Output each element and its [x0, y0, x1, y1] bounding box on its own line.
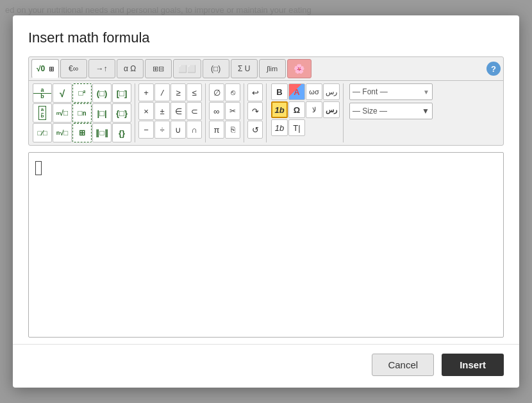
divider-5: [343, 83, 344, 142]
tab-brackets[interactable]: (□): [203, 59, 229, 78]
arabic-button[interactable]: ωσ: [306, 83, 322, 100]
op-union[interactable]: ∪: [170, 121, 186, 139]
tab-limit[interactable]: ∫lim: [259, 59, 286, 78]
format-row-3: 1b T|: [271, 119, 340, 136]
editor-cursor: [35, 161, 42, 175]
op-redo[interactable]: ↷: [247, 102, 263, 120]
insert-button[interactable]: Insert: [442, 354, 504, 376]
sym-sqrt[interactable]: √: [53, 83, 72, 103]
symbol-grid: a b √ □² (□) [□] a b n√□ □n |□| {□}: [33, 83, 131, 142]
editor-area[interactable]: [28, 152, 504, 338]
sym-abs2[interactable]: ‖□‖: [92, 123, 112, 142]
omega-button[interactable]: Ω: [288, 101, 305, 118]
tab-matrices-label: ⊞⊟: [153, 65, 164, 73]
help-button[interactable]: ?: [486, 62, 501, 76]
divider-1: [135, 83, 135, 142]
tab-special-icon: 🌸: [294, 64, 304, 74]
toolbar-area: √0 ⊞ €∞ →↑ α Ω ⊞⊟ ⬜⬜ (□) Σ: [28, 56, 504, 146]
tab-layout-label: ⬜⬜: [178, 65, 196, 73]
op-cut[interactable]: ✂: [225, 102, 240, 120]
sym-square-brackets[interactable]: [□]: [112, 83, 131, 103]
sym-sqrt2[interactable]: n√□: [53, 103, 72, 123]
undo-redo-grid: ↩ ↷ ↺: [247, 83, 263, 139]
arabic2-button[interactable]: رس: [323, 83, 340, 100]
dialog-footer: Cancel Insert: [13, 344, 519, 388]
op-times[interactable]: ×: [138, 102, 154, 120]
op-pi[interactable]: π: [209, 121, 224, 139]
op-geq[interactable]: ≥: [170, 83, 186, 101]
tab-limit-label: ∫lim: [267, 65, 278, 73]
op-div[interactable]: ÷: [154, 121, 170, 139]
tab-fractions[interactable]: √0 ⊞: [31, 59, 59, 78]
cancel-button[interactable]: Cancel: [372, 354, 434, 376]
op-paste[interactable]: ⎘: [225, 121, 240, 139]
sym-inline-frac[interactable]: □⁄□: [33, 123, 52, 142]
op-copy[interactable]: ⎋: [225, 83, 240, 101]
op-inf[interactable]: ∞: [209, 102, 224, 120]
op-in[interactable]: ∈: [170, 102, 186, 120]
op-minus[interactable]: −: [138, 121, 154, 139]
color-button[interactable]: A: [288, 83, 305, 100]
tab-sets-label: €∞: [69, 64, 78, 73]
font-label: — Font —: [353, 87, 388, 96]
divider-2: [205, 83, 206, 142]
tab-summation[interactable]: Σ U: [231, 59, 258, 78]
divider-4: [266, 83, 267, 142]
sym-matrix[interactable]: ⊞: [72, 123, 92, 142]
tab-sets[interactable]: €∞: [60, 59, 87, 78]
sym-fraction[interactable]: a b: [33, 83, 52, 103]
size-label: — Size —: [353, 107, 387, 116]
size-dropdown-arrow: ▼: [422, 107, 429, 116]
op-leq[interactable]: ≤: [187, 83, 202, 101]
italic-num-button[interactable]: 1b: [271, 101, 288, 118]
format-group: B A ωσ رس 1b Ω لا رس 1b T|: [271, 83, 340, 136]
dialog: Insert math formula √0 ⊞ €∞ →↑ α Ω ⊞⊟: [13, 15, 519, 388]
sym-sup[interactable]: □²: [72, 83, 92, 103]
tab-matrices[interactable]: ⊞⊟: [145, 59, 172, 78]
op-undo[interactable]: ↩: [247, 83, 263, 101]
ops-grid: + / ≥ ≤ × ± ∈ ⊂ − ÷ ∪ ∩: [138, 83, 202, 139]
toolbar-tab-row: √0 ⊞ €∞ →↑ α Ω ⊞⊟ ⬜⬜ (□) Σ: [29, 57, 503, 81]
font-dropdown[interactable]: — Font — ▼: [349, 83, 433, 100]
toolbar-symbol-row: a b √ □² (□) [□] a b n√□ □n |□| {□}: [29, 81, 503, 145]
text-button[interactable]: T|: [288, 119, 305, 136]
tab-brackets-label: (□): [211, 64, 220, 73]
size-dropdown[interactable]: — Size — ▼: [349, 103, 433, 119]
format-row-1: B A ωσ رس: [271, 83, 340, 100]
sym-round-brackets[interactable]: (□): [92, 83, 112, 103]
op-subset[interactable]: ⊂: [187, 102, 202, 120]
arabic4-button[interactable]: رس: [323, 101, 340, 118]
dialog-title: Insert math formula: [13, 15, 519, 56]
op-empty[interactable]: ∅: [209, 83, 224, 101]
sym-abs[interactable]: |□|: [92, 103, 112, 123]
op-pm[interactable]: ±: [154, 102, 170, 120]
sym-fraction2[interactable]: a b: [33, 103, 52, 123]
op-slash[interactable]: /: [154, 83, 170, 101]
sym-sub[interactable]: □n: [72, 103, 92, 123]
arabic3-button[interactable]: لا: [306, 101, 322, 118]
num-button[interactable]: 1b: [271, 119, 288, 136]
tab-greek[interactable]: α Ω: [117, 59, 144, 78]
tab-greek-label: α Ω: [124, 64, 136, 73]
extra-ops-grid: ∅ ⎋ ∞ ✂ π ⎘: [209, 83, 240, 139]
sym-nth-root[interactable]: n√□: [53, 123, 72, 142]
divider-3: [244, 83, 244, 142]
tab-arrows-label: →↑: [96, 64, 108, 73]
sym-curly[interactable]: {□}: [112, 103, 131, 123]
bold-button[interactable]: B: [271, 83, 288, 100]
op-undo2[interactable]: ↺: [247, 121, 263, 139]
font-dropdown-arrow: ▼: [423, 89, 429, 96]
format-row-2: 1b Ω لا رس: [271, 101, 340, 118]
tab-special[interactable]: 🌸: [287, 59, 312, 78]
sym-set[interactable]: {}: [112, 123, 131, 142]
tab-arrows[interactable]: →↑: [88, 59, 115, 78]
op-plus[interactable]: +: [138, 83, 154, 101]
op-intersect[interactable]: ∩: [187, 121, 202, 139]
tab-fractions-label: √0 ⊞: [37, 64, 54, 73]
tab-layout[interactable]: ⬜⬜: [173, 59, 201, 78]
font-size-area: — Font — ▼ — Size — ▼: [349, 83, 433, 119]
tab-summation-label: Σ U: [238, 64, 250, 73]
